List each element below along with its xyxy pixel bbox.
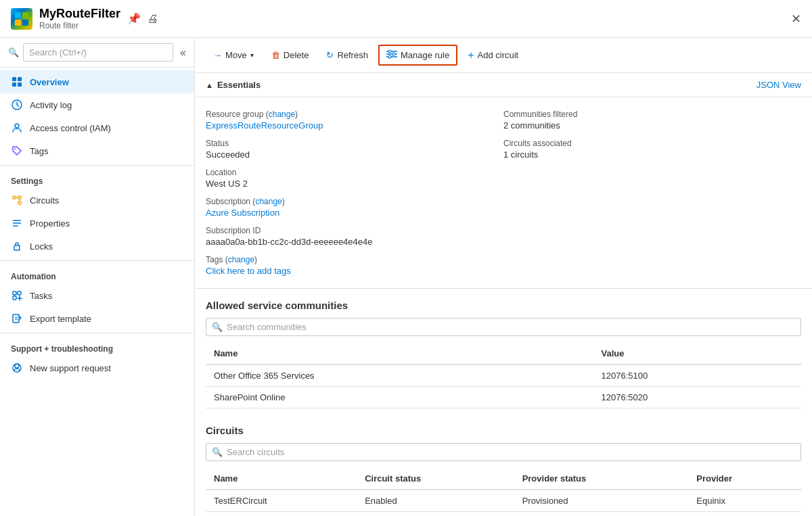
subscription-id-label: Subscription ID xyxy=(206,226,503,235)
tags-change-link[interactable]: change xyxy=(228,255,254,264)
json-view-link[interactable]: JSON View xyxy=(757,80,801,90)
essentials-circuits-associated: Circuits associated 1 circuits xyxy=(503,135,801,164)
sidebar-item-iam[interactable]: Access control (IAM) xyxy=(0,116,194,139)
svg-rect-9 xyxy=(13,196,16,199)
community-name-2: SharePoint Online xyxy=(206,387,593,408)
settings-divider xyxy=(0,165,194,166)
move-button[interactable]: → Move ▾ xyxy=(206,46,261,64)
circuits-table-header: Name Circuit status Provider status Prov… xyxy=(206,468,801,490)
circuits-table: Name Circuit status Provider status Prov… xyxy=(206,468,801,512)
circuit-provider-status-1: Provisioned xyxy=(514,490,689,512)
circuit-provider-1: Equinix xyxy=(688,490,801,512)
support-section-title: Support + troubleshooting xyxy=(0,336,194,356)
communities-section: Allowed service communities 🔍 Name Value… xyxy=(195,289,812,408)
communities-filtered-label: Communities filtered xyxy=(503,110,801,119)
sidebar-item-export[interactable]: Export template xyxy=(0,307,194,330)
delete-label: Delete xyxy=(284,50,309,60)
subscription-id-value: aaaa0a0a-bb1b-cc2c-dd3d-eeeeee4e4e4e xyxy=(206,237,503,247)
export-icon xyxy=(11,312,23,325)
svg-point-7 xyxy=(15,124,19,128)
pin-icon[interactable]: 📌 xyxy=(127,12,141,25)
resource-group-change-link[interactable]: change xyxy=(269,110,295,119)
subscription-change-link[interactable]: change xyxy=(255,197,281,206)
close-button[interactable]: ✕ xyxy=(791,11,801,26)
support-divider xyxy=(0,333,194,333)
svg-point-31 xyxy=(388,55,391,58)
delete-button[interactable]: 🗑 Delete xyxy=(264,46,317,64)
essentials-empty3 xyxy=(503,222,801,251)
circuits-associated-value: 1 circuits xyxy=(503,149,801,160)
refresh-button[interactable]: ↻ Refresh xyxy=(319,46,376,64)
subscription-value-link[interactable]: Azure Subscription xyxy=(206,208,279,218)
locks-icon xyxy=(11,240,23,252)
svg-rect-10 xyxy=(18,196,21,199)
svg-rect-21 xyxy=(13,314,19,323)
sidebar-item-support[interactable]: New support request xyxy=(0,356,194,379)
svg-rect-17 xyxy=(14,245,20,250)
sidebar-item-tasks[interactable]: Tasks xyxy=(0,284,194,307)
add-circuit-icon: + xyxy=(468,49,474,62)
svg-point-8 xyxy=(14,148,16,149)
essentials-subscription: Subscription (change) Azure Subscription xyxy=(206,193,503,222)
content-area: → Move ▾ 🗑 Delete ↻ Refresh xyxy=(195,38,812,516)
sidebar-item-properties[interactable]: Properties xyxy=(0,212,194,235)
location-value: West US 2 xyxy=(206,179,503,189)
print-icon[interactable]: 🖨 xyxy=(148,13,158,25)
circuits-col-status: Circuit status xyxy=(357,468,514,490)
essentials-chevron-icon: ▲ xyxy=(206,81,213,89)
table-row[interactable]: Other Office 365 Services 12076:5100 xyxy=(206,365,801,387)
sidebar-item-tasks-label: Tasks xyxy=(30,291,52,301)
overview-icon xyxy=(11,76,23,88)
automation-divider xyxy=(0,260,194,261)
circuits-col-name: Name xyxy=(206,468,357,490)
communities-col-name: Name xyxy=(206,343,593,365)
table-row[interactable]: TestERCircuit Enabled Provisioned Equini… xyxy=(206,490,801,512)
communities-search-input[interactable] xyxy=(227,322,795,332)
automation-section-title: Automation xyxy=(0,264,194,284)
sidebar-item-circuits[interactable]: Circuits xyxy=(0,189,194,212)
search-icon: 🔍 xyxy=(8,47,19,57)
add-circuit-button[interactable]: + Add circuit xyxy=(460,45,526,66)
communities-search-icon: 🔍 xyxy=(212,322,223,332)
sidebar-item-overview[interactable]: Overview xyxy=(0,70,194,93)
table-row[interactable]: SharePoint Online 12076:5020 xyxy=(206,387,801,408)
activity-log-icon xyxy=(11,99,23,111)
communities-table: Name Value Other Office 365 Services 120… xyxy=(206,343,801,408)
circuits-search-input[interactable] xyxy=(227,447,795,457)
tags-value-link[interactable]: Click here to add tags xyxy=(206,266,291,276)
essentials-communities-filtered: Communities filtered 2 communities xyxy=(503,105,801,135)
title-text: MyRouteFilter Route filter xyxy=(39,7,120,30)
essentials-resource-group: Resource group (change) ExpressRouteReso… xyxy=(206,105,503,135)
sidebar-item-tags-label: Tags xyxy=(30,146,48,156)
move-chevron-icon: ▾ xyxy=(250,51,254,59)
location-label: Location xyxy=(206,168,503,177)
essentials-title: Essentials xyxy=(217,80,261,90)
collapse-icon[interactable]: « xyxy=(180,47,186,59)
app-icon xyxy=(11,8,32,30)
communities-filtered-value: 2 communities xyxy=(503,120,801,131)
circuit-status-1: Enabled xyxy=(357,490,514,512)
essentials-empty2 xyxy=(503,193,801,222)
svg-rect-2 xyxy=(12,83,16,87)
sidebar-item-support-label: New support request xyxy=(30,363,111,373)
communities-table-header: Name Value xyxy=(206,343,801,365)
search-input[interactable] xyxy=(23,43,173,62)
main-layout: 🔍 « Overview xyxy=(0,38,812,516)
move-label: Move xyxy=(225,50,247,60)
tasks-icon xyxy=(11,289,23,302)
svg-point-25 xyxy=(15,364,19,368)
sidebar-item-locks[interactable]: Locks xyxy=(0,235,194,258)
search-bar: 🔍 « xyxy=(0,38,194,68)
svg-rect-1 xyxy=(18,77,22,81)
resource-group-value-link[interactable]: ExpressRouteResourceGroup xyxy=(206,120,323,131)
essentials-status: Status Succeeded xyxy=(206,135,503,164)
circuits-associated-label: Circuits associated xyxy=(503,139,801,148)
manage-rule-button[interactable]: Manage rule xyxy=(378,45,457,66)
community-value-2: 12076:5020 xyxy=(593,387,801,408)
svg-rect-18 xyxy=(13,291,16,295)
sidebar-item-activity-log-label: Activity log xyxy=(30,100,72,110)
sidebar-item-activity-log[interactable]: Activity log xyxy=(0,93,194,116)
sidebar-item-tags[interactable]: Tags xyxy=(0,139,194,162)
circuits-col-provider-status: Provider status xyxy=(514,468,689,490)
delete-icon: 🗑 xyxy=(271,50,280,60)
